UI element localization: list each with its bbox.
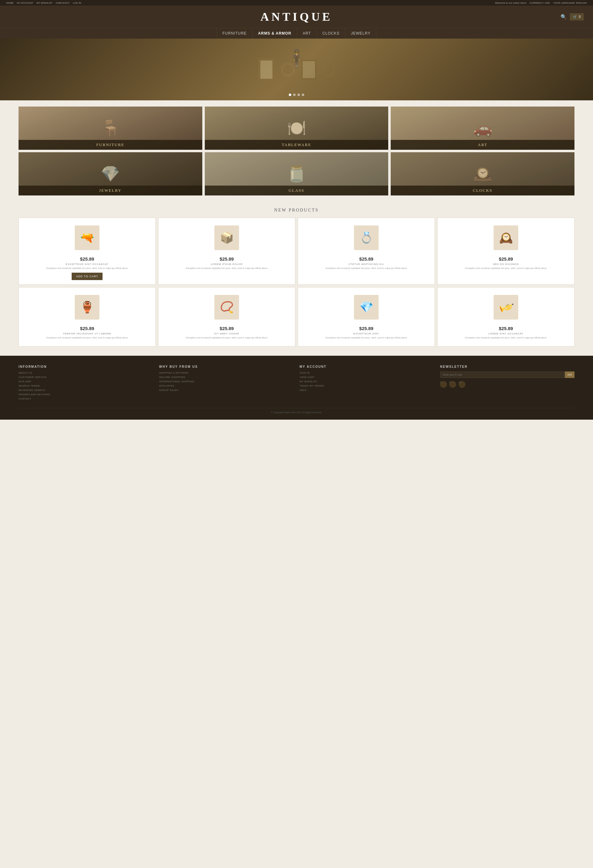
footer-customer-service[interactable]: CUSTOMER SERVICE <box>19 376 153 379</box>
product-image-1[interactable] <box>23 222 151 253</box>
category-tableware[interactable]: 🍽️ TABLEWARE <box>205 106 389 150</box>
category-jewelry[interactable]: 💎 JEWELRY <box>19 152 202 195</box>
cart-icon: 🛒 <box>573 15 577 19</box>
product-image-3[interactable] <box>302 222 430 253</box>
category-jewelry-label: JEWELRY <box>19 186 202 195</box>
hero-dot-4[interactable] <box>302 94 304 96</box>
product-image-2[interactable] <box>163 222 291 253</box>
products-grid: $25.89 EXCEPTEUR SINT OCCAECAT Excepteur… <box>19 218 574 347</box>
newsletter-submit-button[interactable]: GO! <box>565 372 574 378</box>
product-price-8: $25.89 <box>499 326 513 331</box>
product-image-8[interactable] <box>442 292 570 323</box>
rss-icon[interactable]: ☍ <box>458 381 466 388</box>
category-clocks-label: CLOCKS <box>391 186 574 195</box>
product-desc-7: Excepteur sint occaecat cupidatat non pr… <box>325 336 407 340</box>
add-to-cart-button-1[interactable]: ADD TO CART <box>72 273 102 280</box>
nav-clocks[interactable]: CLOCKS <box>317 28 345 38</box>
footer-affiliates[interactable]: AFFILIATES <box>159 384 293 387</box>
footer-copyright: © Copyright Antique Store 2014. All Righ… <box>19 408 574 413</box>
footer-advanced-search[interactable]: ADVANCED SEARCH <box>19 389 153 391</box>
product-name-1: EXCEPTEUR SINT OCCAECAT <box>66 263 108 266</box>
footer-orders-returns[interactable]: ORDERS AND RETURNS <box>19 393 153 396</box>
footer-site-map[interactable]: SITE MAP <box>19 380 153 383</box>
currency-selector[interactable]: CURRENCY: USD <box>529 1 550 4</box>
top-bar: HOME MY ACCOUNT MY WISHLIST CHECKOUT LOG… <box>0 0 593 6</box>
nav-arms-armor[interactable]: ARMS & ARMOR <box>253 28 297 38</box>
hero-silhouette: 🕴 <box>285 48 308 70</box>
footer-track-my-order[interactable]: TRACK MY ORDER <box>300 384 434 387</box>
social-icons: 𝕏 f ☍ <box>440 381 574 390</box>
product-image-6[interactable] <box>163 292 291 323</box>
new-products-section: NEW PRODUCTS $25.89 EXCEPTEUR SINT OCCAE… <box>0 202 593 356</box>
product-price-1: $25.89 <box>80 256 94 261</box>
product-image-7[interactable] <box>302 292 430 323</box>
footer-secure-shopping[interactable]: SECURE SHOPPING <box>159 376 293 379</box>
category-glass[interactable]: 🫙 GLASS <box>205 152 389 195</box>
category-furniture-label: FURNITURE <box>19 140 202 150</box>
hero-dot-1[interactable] <box>289 94 291 96</box>
newsletter-email-input[interactable] <box>440 372 565 378</box>
product-desc-4: Excepteur sint occaecat cupidatat non pr… <box>465 267 547 270</box>
site-footer: INFORMATION ABOUT US CUSTOMER SERVICE SI… <box>0 356 593 420</box>
site-header: ANTIQUE 🔍 🛒 0 <box>0 6 593 28</box>
category-grid: 🪑 FURNITURE 🍽️ TABLEWARE 🚗 ART 💎 JEWELRY <box>19 106 574 195</box>
product-desc-6: Excepteur sint occaecat cupidatat non pr… <box>186 336 268 340</box>
footer-newsletter-title: NEWSLETTER <box>440 365 574 368</box>
hero-dot-3[interactable] <box>297 94 300 96</box>
top-bar-nav: HOME MY ACCOUNT MY WISHLIST CHECKOUT LOG… <box>6 1 84 4</box>
product-card-1: $25.89 EXCEPTEUR SINT OCCAECAT Excepteur… <box>19 218 156 285</box>
site-title: ANTIQUE <box>260 10 332 24</box>
category-clocks[interactable]: 🕰️ CLOCKS <box>391 152 574 195</box>
footer-contact[interactable]: CONTACT <box>19 397 153 400</box>
product-price-5: $25.89 <box>80 326 94 331</box>
product-bracelet-image <box>354 295 379 320</box>
category-art[interactable]: 🚗 ART <box>391 106 574 150</box>
footer-why-buy-title: WHY BUY FROM US <box>159 365 293 368</box>
footer-information-title: INFORMATION <box>19 365 153 368</box>
footer-search-terms[interactable]: SEARCH TERMS <box>19 384 153 387</box>
footer-help[interactable]: HELP <box>300 389 434 391</box>
product-name-4: SED DO EIUSMOD <box>493 263 519 266</box>
footer-group-sales[interactable]: GROUP SALES <box>159 389 293 391</box>
nav-checkout[interactable]: CHECKOUT <box>56 1 70 4</box>
product-image-4[interactable] <box>442 222 570 253</box>
welcome-text: Welcome to our online store! <box>495 1 526 4</box>
search-button[interactable]: 🔍 <box>560 14 567 20</box>
product-image-5[interactable] <box>23 292 151 323</box>
facebook-icon[interactable]: f <box>450 381 456 388</box>
product-desc-1: Excepteur sint occaecat cupidatat non pr… <box>46 267 128 270</box>
footer-about-us[interactable]: ABOUT US <box>19 372 153 374</box>
product-box-image <box>214 226 239 250</box>
product-desc-2: Excepteur sint occaecat cupidatat non pr… <box>186 267 268 270</box>
nav-my-wishlist[interactable]: MY WISHLIST <box>37 1 53 4</box>
hero-dot-2[interactable] <box>293 94 296 96</box>
nav-my-account[interactable]: MY ACCOUNT <box>17 1 33 4</box>
footer-view-cart[interactable]: VIEW CART <box>300 376 434 379</box>
product-horn-image <box>494 295 518 320</box>
footer-shipping-returns[interactable]: SHIPPING & RETURNS <box>159 372 293 374</box>
product-card-6: $25.89 SIT AMET CONSE Excepteur sint occ… <box>158 287 295 347</box>
footer-sign-in[interactable]: SIGN IN <box>300 372 434 374</box>
nav-art[interactable]: ART <box>297 28 317 38</box>
product-desc-8: Excepteur sint occaecat cupidatat non pr… <box>465 336 547 340</box>
footer-international-shipping[interactable]: INTERNATIONAL SHIPPING <box>159 380 293 383</box>
nav-home[interactable]: HOME <box>6 1 13 4</box>
twitter-icon[interactable]: 𝕏 <box>440 381 447 388</box>
product-desc-5: Excepteur sint occaecat cupidatat non pr… <box>46 336 128 340</box>
category-furniture[interactable]: 🪑 FURNITURE <box>19 106 202 150</box>
product-name-6: SIT AMET CONSE <box>214 332 240 335</box>
nav-log-in[interactable]: LOG IN <box>73 1 81 4</box>
nav-furniture[interactable]: FURNITURE <box>216 28 252 38</box>
footer-newsletter: NEWSLETTER GO! 𝕏 f ☍ <box>440 365 574 402</box>
newsletter-form: GO! <box>440 372 574 378</box>
category-art-label: ART <box>391 140 574 150</box>
nav-jewelry[interactable]: JEWELRY <box>345 28 376 38</box>
product-name-2: LOREM IPSUM DOLOR <box>211 263 243 266</box>
language-selector[interactable]: YOUR LANGUAGE: ENGLISH <box>553 1 587 4</box>
product-price-4: $25.89 <box>499 256 513 261</box>
footer-my-wishlist[interactable]: MY WISHLIST <box>300 380 434 383</box>
footer-why-buy: WHY BUY FROM US SHIPPING & RETURNS SECUR… <box>159 365 293 402</box>
product-card-3: $25.89 CTETUR ADIPISCING ELI Excepteur s… <box>298 218 435 285</box>
cart-button[interactable]: 🛒 0 <box>570 13 584 21</box>
product-gun-image <box>75 226 99 250</box>
